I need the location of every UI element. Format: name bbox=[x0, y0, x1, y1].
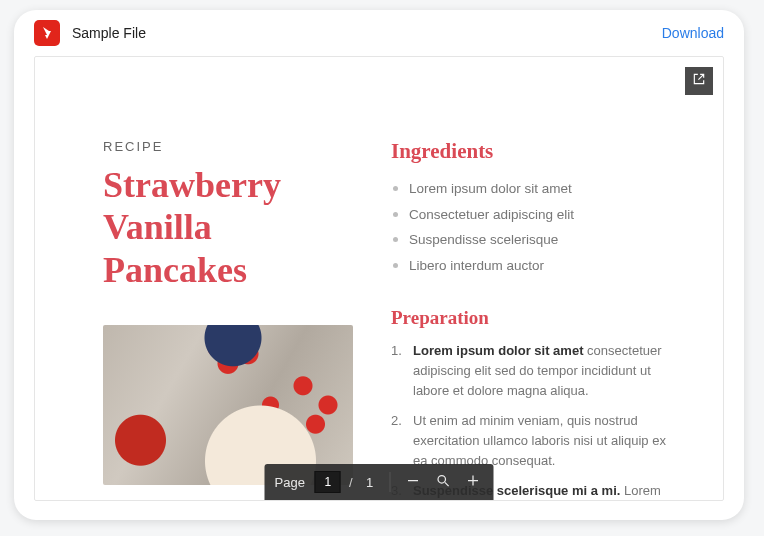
plus-icon bbox=[465, 473, 480, 491]
page-toolbar: Page 1 / 1 bbox=[265, 464, 494, 500]
page-label: Page bbox=[275, 475, 305, 490]
external-link-icon bbox=[692, 72, 706, 90]
preparation-heading: Preparation bbox=[391, 307, 683, 329]
pdf-viewer: RECIPE Strawberry Vanilla Pancakes Ingre… bbox=[34, 56, 724, 501]
svg-point-1 bbox=[438, 476, 446, 484]
ingredients-heading: Ingredients bbox=[391, 139, 683, 164]
app-window: Sample File Download RECIPE Strawberry V… bbox=[14, 10, 744, 520]
list-item: Consectetuer adipiscing elit bbox=[391, 202, 683, 228]
ingredients-list: Lorem ipsum dolor sit amet Consectetuer … bbox=[391, 176, 683, 279]
recipe-photo bbox=[103, 325, 353, 485]
zoom-in-button[interactable] bbox=[462, 471, 484, 493]
file-title: Sample File bbox=[72, 25, 146, 41]
list-item: Lorem ipsum dolor sit amet bbox=[391, 176, 683, 202]
list-item: Suspendisse scelerisque bbox=[391, 227, 683, 253]
minus-icon bbox=[405, 473, 420, 491]
svg-line-2 bbox=[444, 482, 448, 486]
list-item: Ut enim ad minim veniam, quis nostrud ex… bbox=[391, 411, 683, 471]
zoom-reset-button[interactable] bbox=[432, 471, 454, 493]
recipe-title: Strawberry Vanilla Pancakes bbox=[103, 164, 353, 291]
list-item: Libero interdum auctor bbox=[391, 253, 683, 279]
zoom-out-button[interactable] bbox=[402, 471, 424, 493]
page-separator: / bbox=[349, 475, 353, 490]
expand-button[interactable] bbox=[685, 67, 713, 95]
recipe-eyebrow: RECIPE bbox=[103, 139, 353, 154]
current-page-input[interactable]: 1 bbox=[315, 471, 341, 493]
pdf-icon bbox=[34, 20, 60, 46]
total-pages: 1 bbox=[361, 475, 379, 490]
download-link[interactable]: Download bbox=[662, 25, 724, 41]
list-item: Lorem ipsum dolor sit amet consectetuer … bbox=[391, 341, 683, 401]
toolbar-divider bbox=[390, 472, 391, 492]
top-bar: Sample File Download bbox=[14, 10, 744, 56]
page-content: RECIPE Strawberry Vanilla Pancakes Ingre… bbox=[35, 57, 723, 501]
search-icon bbox=[435, 473, 450, 491]
